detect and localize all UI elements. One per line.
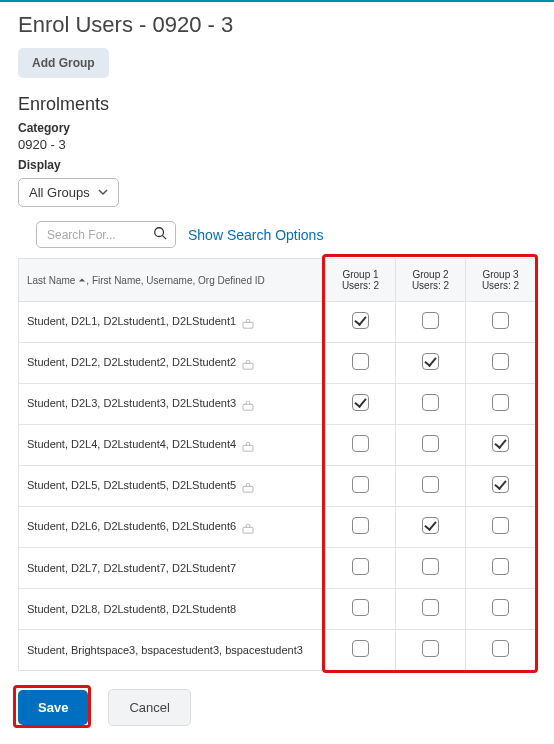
user-name-cell: Student, D2L3, D2Lstudent3, D2LStudent3 (19, 384, 326, 425)
group-membership-checkbox[interactable] (352, 599, 369, 616)
svg-point-0 (155, 228, 164, 237)
column-header-name[interactable]: Last Name , First Name, Username, Org De… (19, 259, 326, 302)
table-row: Student, D2L6, D2Lstudent6, D2LStudent6 (19, 507, 536, 548)
group-membership-checkbox[interactable] (422, 394, 439, 411)
user-presence-icon (242, 316, 254, 328)
group-checkbox-cell (466, 548, 536, 589)
group-membership-checkbox[interactable] (422, 558, 439, 575)
user-name-cell: Student, D2L6, D2Lstudent6, D2LStudent6 (19, 507, 326, 548)
group-membership-checkbox[interactable] (422, 640, 439, 657)
group-header-title: Group 1 (334, 269, 387, 280)
group-membership-checkbox[interactable] (422, 312, 439, 329)
sort-ascending-icon (75, 275, 86, 286)
display-select-value: All Groups (29, 185, 90, 200)
display-label: Display (18, 158, 536, 172)
group-membership-checkbox[interactable] (492, 476, 509, 493)
group-membership-checkbox[interactable] (492, 640, 509, 657)
column-header-group-3[interactable]: Group 3Users: 2 (466, 259, 536, 302)
group-header-users: Users: 2 (404, 280, 457, 291)
user-presence-icon (242, 439, 254, 451)
group-membership-checkbox[interactable] (422, 435, 439, 452)
group-checkbox-cell (326, 589, 396, 630)
group-membership-checkbox[interactable] (492, 517, 509, 534)
group-checkbox-cell (396, 425, 466, 466)
category-label: Category (18, 121, 536, 135)
group-checkbox-cell (396, 466, 466, 507)
user-name-cell: Student, D2L8, D2Lstudent8, D2LStudent8 (19, 589, 326, 630)
group-checkbox-cell (466, 466, 536, 507)
user-name-cell: Student, D2L7, D2Lstudent7, D2LStudent7 (19, 548, 326, 589)
group-membership-checkbox[interactable] (352, 476, 369, 493)
group-checkbox-cell (326, 630, 396, 671)
search-input[interactable] (45, 227, 153, 243)
group-membership-checkbox[interactable] (422, 517, 439, 534)
group-checkbox-cell (466, 343, 536, 384)
group-checkbox-cell (326, 384, 396, 425)
group-checkbox-cell (396, 384, 466, 425)
user-presence-icon (242, 398, 254, 410)
group-membership-checkbox[interactable] (492, 435, 509, 452)
group-membership-checkbox[interactable] (422, 476, 439, 493)
column-header-group-2[interactable]: Group 2Users: 2 (396, 259, 466, 302)
add-group-button[interactable]: Add Group (18, 48, 109, 78)
group-checkbox-cell (466, 507, 536, 548)
group-checkbox-cell (326, 507, 396, 548)
svg-rect-4 (243, 404, 253, 410)
group-checkbox-cell (396, 630, 466, 671)
group-membership-checkbox[interactable] (352, 517, 369, 534)
group-membership-checkbox[interactable] (352, 312, 369, 329)
group-membership-checkbox[interactable] (492, 599, 509, 616)
group-membership-checkbox[interactable] (352, 640, 369, 657)
svg-rect-7 (243, 527, 253, 533)
svg-line-1 (163, 236, 167, 240)
user-name-cell: Student, D2L4, D2Lstudent4, D2LStudent4 (19, 425, 326, 466)
group-membership-checkbox[interactable] (492, 394, 509, 411)
group-checkbox-cell (326, 548, 396, 589)
group-header-users: Users: 2 (474, 280, 527, 291)
group-checkbox-cell (326, 425, 396, 466)
group-checkbox-cell (466, 589, 536, 630)
show-search-options-link[interactable]: Show Search Options (188, 227, 323, 243)
group-checkbox-cell (396, 302, 466, 343)
table-row: Student, D2L7, D2Lstudent7, D2LStudent7 (19, 548, 536, 589)
search-icon[interactable] (153, 226, 167, 243)
group-membership-checkbox[interactable] (492, 312, 509, 329)
user-name-cell: Student, Brightspace3, bspacestudent3, b… (19, 630, 326, 671)
group-membership-checkbox[interactable] (422, 599, 439, 616)
user-presence-icon (242, 521, 254, 533)
user-name-cell: Student, D2L2, D2Lstudent2, D2LStudent2 (19, 343, 326, 384)
group-checkbox-cell (396, 548, 466, 589)
group-header-title: Group 3 (474, 269, 527, 280)
enrolments-heading: Enrolments (18, 94, 536, 115)
save-button[interactable]: Save (18, 690, 88, 725)
group-checkbox-cell (396, 507, 466, 548)
group-checkbox-cell (466, 630, 536, 671)
group-membership-checkbox[interactable] (492, 353, 509, 370)
group-membership-checkbox[interactable] (352, 353, 369, 370)
group-membership-checkbox[interactable] (352, 394, 369, 411)
group-header-users: Users: 2 (334, 280, 387, 291)
sort-column-label: Last Name (27, 275, 75, 286)
group-checkbox-cell (326, 466, 396, 507)
group-membership-checkbox[interactable] (352, 558, 369, 575)
table-row: Student, D2L8, D2Lstudent8, D2LStudent8 (19, 589, 536, 630)
group-checkbox-cell (466, 302, 536, 343)
user-name-cell: Student, D2L1, D2Lstudent1, D2LStudent1 (19, 302, 326, 343)
table-row: Student, D2L3, D2Lstudent3, D2LStudent3 (19, 384, 536, 425)
enrolment-table: Last Name , First Name, Username, Org De… (18, 258, 536, 671)
group-membership-checkbox[interactable] (422, 353, 439, 370)
group-header-title: Group 2 (404, 269, 457, 280)
group-membership-checkbox[interactable] (352, 435, 369, 452)
table-row: Student, D2L1, D2Lstudent1, D2LStudent1 (19, 302, 536, 343)
table-row: Student, D2L4, D2Lstudent4, D2LStudent4 (19, 425, 536, 466)
search-input-wrap[interactable] (36, 221, 176, 248)
page-title: Enrol Users - 0920 - 3 (18, 12, 536, 38)
group-membership-checkbox[interactable] (492, 558, 509, 575)
column-header-group-1[interactable]: Group 1Users: 2 (326, 259, 396, 302)
group-checkbox-cell (326, 343, 396, 384)
chevron-down-icon (90, 185, 108, 200)
display-select[interactable]: All Groups (18, 178, 119, 207)
column-header-name-rest: , First Name, Username, Org Defined ID (86, 275, 264, 286)
cancel-button[interactable]: Cancel (108, 689, 190, 726)
group-checkbox-cell (326, 302, 396, 343)
